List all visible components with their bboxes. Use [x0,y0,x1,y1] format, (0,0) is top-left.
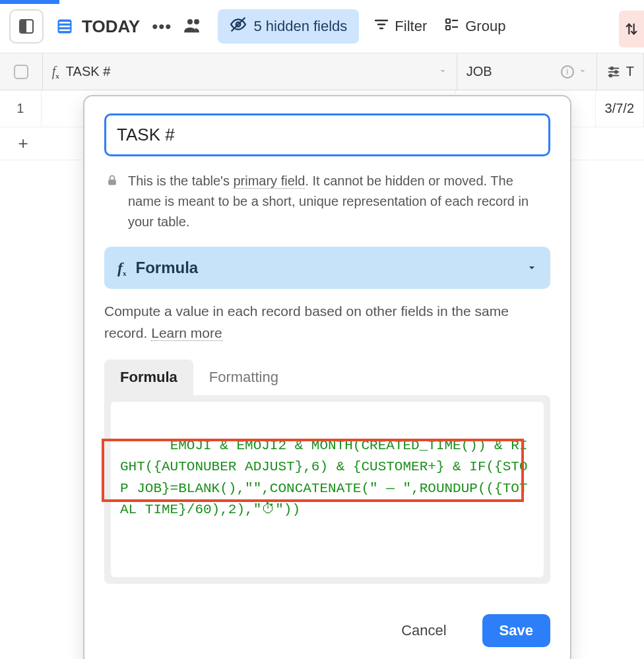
svg-point-18 [610,67,613,69]
toggle-sidebar-button[interactable] [9,9,44,44]
column-header-t[interactable]: T [597,53,644,90]
svg-rect-2 [59,26,70,28]
column-header-task[interactable]: f TASK # [43,53,457,90]
group-button[interactable]: Group [441,13,508,40]
hidden-fields-button[interactable]: 5 hidden fields [218,9,359,44]
collaborators-icon[interactable] [183,16,203,36]
group-icon [444,16,460,36]
field-config-dialog: This is the table's primary field. It ca… [83,95,571,659]
cell-t[interactable]: 3/7/2 [596,90,644,127]
sort-button[interactable] [619,11,644,47]
formula-icon: f [117,259,127,277]
row-number: 1 [0,90,42,127]
lock-icon [106,172,119,232]
chevron-down-icon [527,259,537,277]
formula-editor[interactable]: EMOJI & EMOJI2 & MONTH(CREATED_TIME()) &… [111,402,544,577]
eye-off-icon [230,16,247,37]
column-job-label: JOB [467,64,492,79]
hidden-fields-label: 5 hidden fields [253,18,347,35]
svg-point-20 [615,71,618,73]
field-name-input[interactable] [104,113,550,156]
svg-rect-23 [108,179,116,185]
info-icon: i [561,65,574,78]
svg-point-5 [194,19,199,24]
cancel-button[interactable]: Cancel [384,614,463,647]
add-row-button[interactable]: + [0,127,46,160]
save-button[interactable]: Save [482,614,550,647]
view-name-label: TODAY [82,16,140,37]
learn-more-link[interactable]: Learn more [151,325,222,341]
column-header-job[interactable]: JOB i [457,53,597,90]
primary-field-note: This is the table's primary field. It ca… [128,171,546,232]
column-t-label: T [626,64,634,79]
group-label: Group [465,18,505,35]
select-all-checkbox[interactable] [0,53,43,90]
svg-point-22 [609,74,612,77]
sliders-icon [606,65,621,79]
svg-rect-13 [446,26,450,30]
formula-icon: f [52,64,59,79]
grid-view-icon [55,17,74,36]
filter-icon [373,16,389,36]
filter-button[interactable]: Filter [371,13,430,40]
svg-point-4 [187,19,193,24]
filter-label: Filter [395,18,427,35]
column-task-label: TASK # [66,64,110,79]
tab-formula[interactable]: Formula [104,360,193,395]
field-type-label: Formula [136,259,199,277]
chevron-down-icon [438,64,447,79]
field-type-selector[interactable]: f Formula [104,247,550,289]
view-menu-icon[interactable]: ••• [152,16,172,37]
chevron-down-icon [578,64,587,79]
svg-rect-1 [59,22,70,24]
svg-rect-11 [446,19,450,23]
formula-text: EMOJI & EMOJI2 & MONTH(CREATED_TIME()) &… [120,438,528,518]
tab-formatting[interactable]: Formatting [193,360,294,395]
view-title[interactable]: TODAY [55,16,140,37]
svg-rect-3 [59,29,70,31]
field-type-description: Compute a value in each record based on … [104,301,550,344]
